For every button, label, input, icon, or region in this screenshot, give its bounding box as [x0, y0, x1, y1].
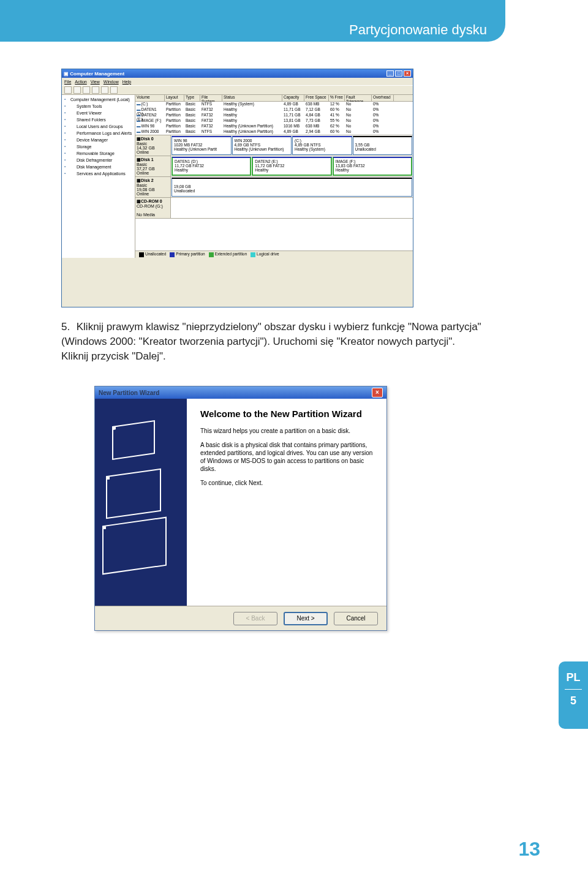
computer-management-screenshot: ▣ Computer Management _ □ × File Action …	[61, 69, 413, 307]
disk-row: ▦Disk 2Basic19,08 GBOnline19,08 GBUnallo…	[135, 177, 413, 198]
close-icon[interactable]: ×	[372, 388, 383, 397]
back-button[interactable]: < Back	[233, 612, 277, 625]
tree-item[interactable]: Event Viewer	[63, 110, 134, 116]
menu-bar: File Action View Window Help	[62, 78, 413, 85]
tree-item[interactable]: Disk Management	[63, 164, 134, 170]
tree-item[interactable]: Shared Folders	[63, 116, 134, 123]
partition-block[interactable]: WIN 20004,89 GB NTFSHealthy (Unknown Par…	[232, 136, 292, 155]
instruction-paragraph: 5. Kliknij prawym klawisz "nieprzydzielo…	[61, 320, 484, 364]
refresh-icon[interactable]	[92, 86, 99, 94]
menu-view[interactable]: View	[91, 80, 100, 84]
help-icon[interactable]	[110, 86, 118, 94]
tree-item[interactable]: Performance Logs and Alerts	[63, 130, 134, 137]
volume-row[interactable]: WIN 98PartitionBasicFAT32Healthy (Unknow…	[135, 124, 413, 129]
disk-legend: UnallocatedPrimary partitionExtended par…	[135, 251, 413, 258]
disk-row: ▦Disk 0Basic14,32 GBOnlineWIN 981020 MB …	[135, 135, 413, 156]
step-number: 5.	[61, 320, 74, 334]
cancel-button[interactable]: Cancel	[334, 612, 378, 625]
wizard-text: A basic disk is a physical disk that con…	[200, 441, 373, 473]
legend-item: Logical drive	[251, 252, 279, 257]
new-partition-wizard-screenshot: New Partition Wizard × Welcome to the Ne…	[94, 386, 387, 631]
tree-item[interactable]: Disk Defragmenter	[63, 157, 134, 164]
volume-row[interactable]: DATEN2 (E:)PartitionBasicFAT32Healthy11,…	[135, 113, 413, 118]
window-icon: ▣	[64, 71, 69, 77]
volume-row[interactable]: (C:)PartitionBasicNTFSHealthy (System)4,…	[135, 102, 413, 107]
wizard-text: To continue, click Next.	[200, 479, 373, 487]
tree-item[interactable]: Device Manager	[63, 137, 134, 143]
wizard-heading: Welcome to the New Partition Wizard	[200, 409, 373, 420]
wizard-sidebar-graphic	[95, 399, 187, 606]
tree-item[interactable]: Computer Management (Local)	[63, 96, 134, 103]
close-icon[interactable]: ×	[404, 70, 411, 77]
props-icon[interactable]	[101, 86, 108, 94]
minimize-icon[interactable]: _	[386, 70, 394, 77]
menu-file[interactable]: File	[64, 80, 71, 84]
navigation-tree: Computer Management (Local) System Tools…	[62, 95, 135, 258]
volume-list-header: Volume Layout Type File System Status Ca…	[135, 95, 413, 102]
volume-row[interactable]: DATEN1 (D:)PartitionBasicFAT32Healthy11,…	[135, 107, 413, 113]
menu-help[interactable]: Help	[123, 80, 131, 84]
maximize-icon[interactable]: □	[395, 70, 402, 77]
partition-block[interactable]: DATEN2 (E:)11,72 GB FAT32Healthy	[252, 157, 331, 176]
partition-block[interactable]: DATEN1 (D:)11,72 GB FAT32Healthy	[172, 157, 251, 176]
legend-item: Extended partition	[209, 252, 247, 257]
tree-item[interactable]: Services and Applications	[63, 170, 134, 177]
step-text: Kliknij prawym klawisz "nieprzydzielony"…	[61, 321, 481, 362]
wizard-text: This wizard helps you create a partition…	[200, 427, 373, 435]
volume-row[interactable]: IMAGE (F:)PartitionBasicFAT32Healthy13,8…	[135, 118, 413, 124]
tree-item[interactable]: System Tools	[63, 103, 134, 110]
toolbar	[62, 85, 413, 95]
nav-back-icon[interactable]	[64, 86, 72, 94]
disk-row: ▦CD-ROM 0CD-ROM (G:)No Media	[135, 198, 413, 219]
page-header-tab: Partycjonowanie dysku	[0, 0, 505, 42]
partition-block[interactable]: 3,55 GBUnallocated	[353, 136, 413, 155]
partition-block[interactable]: IMAGE (F:)13,83 GB FAT32Healthy	[333, 157, 412, 176]
page-number: 13	[518, 838, 540, 861]
tree-item[interactable]: Storage	[63, 143, 134, 150]
partition-block[interactable]: 19,08 GBUnallocated	[172, 178, 412, 197]
volume-list: (C:)PartitionBasicNTFSHealthy (System)4,…	[135, 102, 413, 135]
up-icon[interactable]	[83, 86, 90, 94]
volume-row[interactable]: WIN 2000PartitionBasicNTFSHealthy (Unkno…	[135, 129, 413, 135]
partition-block[interactable]: (C:)4,89 GB NTFSHealthy (System)	[292, 136, 352, 155]
language-label: PL	[559, 671, 588, 684]
disk-row: ▦Disk 1Basic37,27 GBOnlineDATEN1 (D:)11,…	[135, 156, 413, 177]
wizard-title: New Partition Wizard	[99, 390, 159, 396]
header-title: Partycjonowanie dysku	[349, 22, 487, 38]
menu-action[interactable]: Action	[75, 80, 86, 84]
nav-fwd-icon[interactable]	[74, 86, 81, 94]
chapter-label: 5	[559, 695, 588, 707]
menu-window[interactable]: Window	[104, 80, 119, 84]
disk-graph: ▦Disk 0Basic14,32 GBOnlineWIN 981020 MB …	[135, 135, 413, 251]
window-title: Computer Management	[70, 71, 124, 77]
legend-item: Unallocated	[139, 252, 166, 257]
legend-item: Primary partition	[170, 252, 205, 257]
tree-item[interactable]: Local Users and Groups	[63, 123, 134, 130]
language-side-tab: PL 5	[559, 661, 588, 729]
next-button[interactable]: Next >	[284, 612, 328, 625]
tree-item[interactable]: Removable Storage	[63, 150, 134, 157]
partition-block[interactable]: WIN 981020 MB FAT32Healthy (Unknown Part…	[172, 136, 232, 155]
